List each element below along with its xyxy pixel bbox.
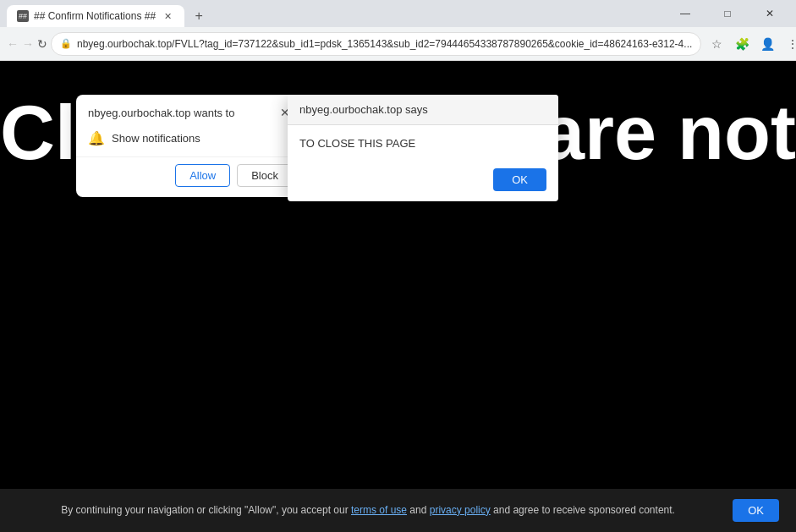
window-controls: — □ ✕ [666, 0, 789, 27]
site-dialog-ok-button[interactable]: OK [493, 168, 546, 191]
page-content: Clic you are not nbyeg.ourbochak.top wan… [0, 61, 796, 532]
site-dialog-body: TO CLOSE THIS PAGE [288, 125, 558, 162]
url-text: nbyeg.ourbochak.top/FVLL?tag_id=737122&s… [77, 38, 692, 50]
active-tab[interactable]: ## ## Confirm Notifications ## ✕ [7, 5, 184, 27]
extensions-icon[interactable]: 🧩 [730, 32, 754, 56]
consent-text-before: By continuing your navigation or clickin… [61, 504, 351, 516]
lock-icon: 🔒 [60, 38, 72, 49]
close-button[interactable]: ✕ [750, 0, 789, 27]
tab-close-button[interactable]: ✕ [161, 9, 174, 23]
back-button[interactable]: ← [7, 32, 19, 56]
permission-dialog-buttons: Allow Block [76, 156, 305, 197]
maximize-button[interactable]: □ [708, 0, 747, 27]
new-tab-button[interactable]: + [188, 5, 210, 27]
permission-dialog: nbyeg.ourbochak.top wants to ✕ 🔔 Show no… [76, 95, 305, 197]
site-dialog-footer: OK [288, 162, 558, 201]
browser-window: ## ## Confirm Notifications ## ✕ + — □ ✕… [0, 0, 796, 532]
bookmark-icon[interactable]: ☆ [705, 32, 728, 56]
profile-icon[interactable]: 👤 [755, 32, 779, 56]
permission-dialog-header: nbyeg.ourbochak.top wants to ✕ [76, 95, 305, 127]
navigation-bar: ← → ↻ 🔒 nbyeg.ourbochak.top/FVLL?tag_id=… [0, 27, 796, 61]
consent-bar: By continuing your navigation or clickin… [0, 489, 796, 532]
block-button[interactable]: Block [237, 164, 293, 187]
refresh-button[interactable]: ↻ [37, 32, 47, 56]
forward-button[interactable]: → [22, 32, 34, 56]
consent-ok-button[interactable]: OK [733, 499, 779, 522]
nav-right-icons: ☆ 🧩 👤 ⋮ [705, 32, 796, 56]
minimize-button[interactable]: — [666, 0, 705, 27]
permission-dialog-title: nbyeg.ourbochak.top wants to [88, 107, 234, 119]
title-bar: ## ## Confirm Notifications ## ✕ + — □ ✕ [0, 0, 796, 27]
consent-text: By continuing your navigation or clickin… [17, 502, 719, 518]
consent-text-after: and agree to receive sponsored content. [491, 504, 675, 516]
tab-title: ## Confirm Notifications ## [34, 10, 156, 22]
bell-icon: 🔔 [88, 130, 105, 146]
tab-favicon: ## [17, 10, 29, 22]
address-bar[interactable]: 🔒 nbyeg.ourbochak.top/FVLL?tag_id=737122… [51, 32, 701, 56]
site-dialog: nbyeg.ourbochak.top says TO CLOSE THIS P… [288, 95, 558, 201]
terms-of-use-link[interactable]: terms of use [351, 504, 407, 516]
site-dialog-header: nbyeg.ourbochak.top says [288, 95, 558, 125]
notification-text: Show notifications [112, 132, 200, 145]
permission-row: 🔔 Show notifications [76, 127, 305, 156]
tab-area: ## ## Confirm Notifications ## ✕ + [7, 0, 659, 27]
privacy-policy-link[interactable]: privacy policy [430, 504, 491, 516]
allow-button[interactable]: Allow [175, 164, 230, 187]
menu-icon[interactable]: ⋮ [781, 32, 796, 56]
consent-text-between: and [407, 504, 430, 516]
